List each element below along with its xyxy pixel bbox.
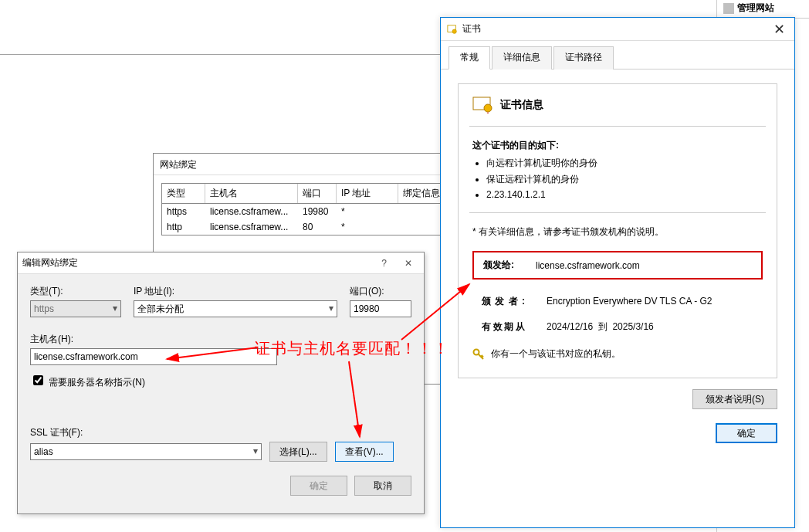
cert-tabs: 常规 详细信息 证书路径 [441,41,794,69]
annotation-text: 证书与主机名要匹配！！！ [255,338,449,359]
manage-site-icon [723,3,734,14]
cert-dialog: 证书 ✕ 常规 详细信息 证书路径 证书信息 这个证书的目的如下: 向远程计算机… [440,17,795,528]
private-key-text: 你有一个与该证书对应的私钥。 [491,347,621,361]
cert-purpose-heading: 这个证书的目的如下: [472,140,559,151]
cert-info-title: 证书信息 [500,98,543,112]
separator [0,54,440,55]
key-icon [472,348,485,361]
help-button[interactable]: ? [374,258,395,269]
cert-purpose-list: 向远程计算机证明你的身份 保证远程计算机的身份 2.23.140.1.2.1 [472,157,763,200]
site-bindings-title: 网站绑定 [160,154,197,175]
cert-footnote: * 有关详细信息，请参考证书颁发机构的说明。 [472,225,763,239]
svg-point-1 [452,29,456,33]
valid-to: 2025/3/16 [612,321,653,332]
valid-from: 2024/12/16 [547,321,593,332]
col-ip[interactable]: IP 地址 [337,184,398,203]
ok-button: 确定 [290,476,347,496]
cert-ok-button[interactable]: 确定 [716,423,777,443]
tab-path[interactable]: 证书路径 [553,46,614,69]
certificate-large-icon [472,97,494,114]
col-port[interactable]: 端口 [298,184,337,203]
type-label: 类型(T): [30,285,121,298]
type-select [30,300,121,317]
host-input[interactable] [30,348,277,365]
cancel-button[interactable]: 取消 [354,476,411,496]
issued-to-box: 颁发给: license.csframework.com [472,251,763,280]
cert-close-button[interactable]: ✕ [770,21,788,38]
cert-title: 证书 [462,22,481,36]
right-panel-title: 管理网站 [737,2,774,15]
edit-binding-titlebar: 编辑网站绑定 ? ✕ [18,252,424,274]
issuer-statement-button[interactable]: 颁发者说明(S) [692,389,777,409]
valid-to-word: 到 [598,321,608,332]
col-host[interactable]: 主机名 [205,184,298,203]
cert-titlebar: 证书 ✕ [441,18,794,41]
sni-checkbox-label[interactable]: 需要服务器名称指示(N) [30,377,145,388]
cert-info-panel: 证书信息 这个证书的目的如下: 向远程计算机证明你的身份 保证远程计算机的身份 … [458,83,777,378]
list-item: 保证远程计算机的身份 [486,173,763,186]
issued-to-value: license.csframework.com [536,260,640,271]
certificate-icon [447,24,458,35]
close-button[interactable]: ✕ [398,258,419,269]
select-cert-button[interactable]: 选择(L)... [269,442,327,462]
col-type[interactable]: 类型 [162,184,205,203]
port-label: 端口(O): [350,285,411,298]
ip-label: IP 地址(I): [134,285,337,298]
issued-to-label: 颁发给: [483,259,514,272]
sni-checkbox[interactable] [33,375,43,385]
list-item: 2.23.140.1.2.1 [486,189,763,200]
ip-select[interactable] [134,300,337,317]
tab-details[interactable]: 详细信息 [492,46,552,69]
ssl-label: SSL 证书(F): [30,426,411,439]
svg-point-3 [484,104,492,112]
issuer-label: 颁发者: [482,295,525,308]
list-item: 向远程计算机证明你的身份 [486,157,763,170]
view-cert-button[interactable]: 查看(V)... [335,442,394,462]
valid-label: 有效期从 [482,320,525,334]
issuer-value: Encryption Everywhere DV TLS CA - G2 [547,296,713,307]
edit-binding-title: 编辑网站绑定 [22,256,78,269]
ssl-cert-select[interactable] [30,443,262,460]
edit-binding-dialog: 编辑网站绑定 ? ✕ 类型(T): IP 地址(I): 端口(O): [17,252,425,514]
port-input[interactable] [350,300,411,317]
tab-general[interactable]: 常规 [449,46,490,69]
